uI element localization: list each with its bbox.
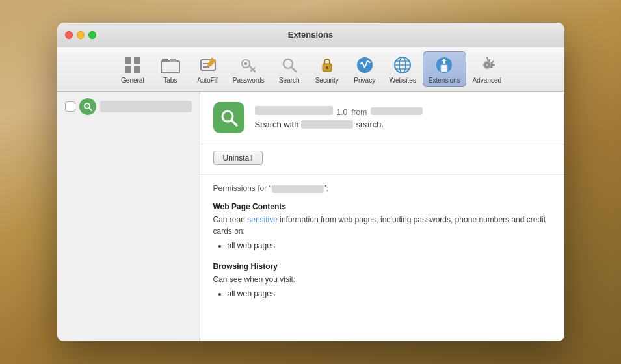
- extension-search-name-bar: [301, 120, 353, 129]
- extension-version: 1.0: [337, 108, 348, 117]
- svg-point-15: [326, 66, 328, 69]
- security-icon: [317, 55, 337, 75]
- web-page-heading: Web Page Contents: [213, 202, 551, 211]
- svg-point-16: [357, 57, 373, 73]
- websites-icon: [392, 55, 413, 75]
- minimize-button[interactable]: [77, 31, 85, 39]
- svg-rect-1: [134, 57, 140, 64]
- svg-rect-0: [125, 57, 131, 64]
- autofill-label: AutoFill: [197, 77, 218, 84]
- extension-from-text: from: [351, 108, 367, 117]
- extension-sidebar-name: [100, 101, 192, 112]
- permissions-name-bar: [272, 185, 324, 193]
- privacy-icon: [354, 55, 375, 75]
- browsing-list: all web pages: [213, 289, 551, 298]
- web-page-desc-prefix: Can read: [213, 215, 248, 224]
- general-icon: [122, 55, 143, 75]
- search-label: Search: [279, 77, 300, 84]
- svg-rect-5: [162, 58, 168, 62]
- extension-info: 1.0 from Search with search.: [255, 106, 551, 129]
- toolbar-security[interactable]: Security: [309, 52, 345, 86]
- main-window: Extensions General Tab: [57, 23, 564, 341]
- extension-name-row: 1.0 from: [255, 106, 551, 117]
- traffic-lights: [65, 31, 96, 39]
- uninstall-section: Uninstall: [200, 144, 564, 175]
- toolbar-websites[interactable]: Websites: [384, 52, 421, 86]
- toolbar-autofill[interactable]: AutoFill: [190, 52, 226, 86]
- browsing-desc: Can see when you visit:: [213, 274, 551, 285]
- extensions-icon: [434, 55, 455, 75]
- svg-rect-2: [125, 66, 131, 73]
- extension-name-bar: [255, 106, 333, 115]
- detail-pane: 1.0 from Search with search. Uninstall: [200, 92, 564, 341]
- websites-label: Websites: [390, 77, 416, 84]
- web-page-desc: Can read sensitive information from web …: [213, 214, 551, 237]
- permissions-suffix: ”:: [324, 184, 328, 193]
- search-text-suffix: search.: [356, 120, 384, 129]
- web-page-desc-highlight: sensitive: [247, 215, 278, 224]
- toolbar-tabs[interactable]: Tabs: [152, 52, 189, 86]
- advanced-label: Advanced: [473, 77, 501, 84]
- extension-icon: [213, 102, 244, 133]
- extension-sidebar-icon: [79, 98, 96, 115]
- permission-group-browsing: Browsing History Can see when you visit:…: [213, 262, 551, 298]
- passwords-label: Passwords: [233, 77, 265, 84]
- main-content: 1.0 from Search with search. Uninstall: [57, 92, 564, 341]
- tabs-icon: [160, 55, 181, 75]
- svg-line-28: [89, 108, 92, 110]
- titlebar: Extensions: [57, 23, 564, 47]
- toolbar-privacy[interactable]: Privacy: [347, 52, 383, 86]
- privacy-label: Privacy: [354, 77, 375, 84]
- tabs-label: Tabs: [163, 77, 177, 84]
- permission-group-web-page: Web Page Contents Can read sensitive inf…: [213, 202, 551, 250]
- toolbar-search[interactable]: Search: [271, 52, 308, 86]
- maximize-button[interactable]: [88, 31, 96, 39]
- autofill-icon: [198, 55, 218, 75]
- window-title: Extensions: [288, 30, 333, 40]
- passwords-icon: [238, 55, 259, 75]
- browsing-heading: Browsing History: [213, 262, 551, 271]
- sidebar: [57, 92, 200, 341]
- security-label: Security: [315, 77, 339, 84]
- permissions-section: Permissions for “”: Web Page Contents Ca…: [200, 175, 564, 341]
- browsing-list-item: all web pages: [228, 289, 551, 298]
- extensions-label: Extensions: [429, 77, 460, 84]
- sidebar-extension-row[interactable]: [62, 97, 194, 116]
- web-page-list-item: all web pages: [228, 241, 551, 250]
- permissions-title: Permissions for “”:: [213, 184, 551, 193]
- general-label: General: [121, 77, 144, 84]
- extension-from-bar: [371, 107, 423, 115]
- uninstall-button[interactable]: Uninstall: [213, 151, 263, 165]
- svg-point-26: [486, 64, 488, 66]
- extension-search-text: Search with search.: [255, 120, 551, 129]
- toolbar: General Tabs AutoFill: [57, 47, 564, 92]
- svg-rect-4: [161, 61, 179, 73]
- toolbar-advanced[interactable]: Advanced: [468, 52, 507, 86]
- extension-checkbox[interactable]: [65, 101, 75, 112]
- extension-header: 1.0 from Search with search.: [200, 92, 564, 144]
- permissions-prefix: Permissions for “: [213, 184, 272, 193]
- search-icon: [279, 55, 300, 75]
- svg-rect-6: [170, 58, 176, 62]
- advanced-icon: [477, 55, 497, 75]
- close-button[interactable]: [65, 31, 73, 39]
- toolbar-passwords[interactable]: Passwords: [228, 52, 270, 86]
- svg-line-13: [291, 67, 296, 72]
- web-page-list: all web pages: [213, 241, 551, 250]
- toolbar-extensions[interactable]: Extensions: [423, 51, 466, 87]
- search-text-prefix: Search with: [255, 120, 299, 129]
- svg-point-11: [244, 62, 247, 65]
- svg-rect-3: [134, 66, 140, 73]
- toolbar-general[interactable]: General: [114, 52, 151, 86]
- svg-line-30: [231, 120, 237, 125]
